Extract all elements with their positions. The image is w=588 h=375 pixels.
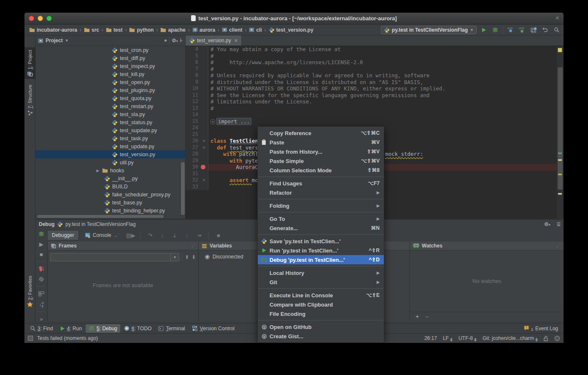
tree-item-test-diff-py[interactable]: test_diff.py bbox=[35, 54, 185, 62]
menu-item-debug-py-test-in-testclien[interactable]: Debug 'py.test in TestClien...'^⇧D bbox=[258, 255, 384, 264]
breakpoint-icon[interactable] bbox=[201, 165, 205, 169]
tree-item-test-binding-helper-py[interactable]: test_binding_helper.py bbox=[35, 207, 185, 215]
menu-item-find-usages[interactable]: Find Usages⌥F7 bbox=[258, 179, 384, 188]
search-icon[interactable] bbox=[553, 26, 560, 34]
tree-item-test-base-py[interactable]: test_base.py bbox=[35, 198, 185, 207]
menu-item-open-on-github[interactable]: Open on GitHub bbox=[258, 322, 384, 332]
close-tab-icon[interactable]: ✕ bbox=[234, 38, 238, 43]
menu-item-create-gist[interactable]: Create Gist... bbox=[258, 332, 384, 341]
toolwindow-button-5-debug[interactable]: 5: Debug bbox=[86, 324, 120, 333]
step-out-icon[interactable]: ↑ bbox=[183, 232, 190, 239]
breadcrumb-item-test-version-py[interactable]: test_version.py bbox=[267, 27, 315, 33]
smart-step-into-icon[interactable]: ⇣ bbox=[171, 232, 178, 239]
editor-scrollbar-thumb[interactable] bbox=[558, 67, 563, 190]
frame-up-icon[interactable]: ⬆ bbox=[185, 254, 189, 260]
project-panel-title[interactable]: Project bbox=[46, 38, 63, 43]
sort-icon[interactable]: ↓az bbox=[38, 301, 45, 308]
toolwindow-button-6-todo[interactable]: 6: TODO bbox=[121, 324, 155, 333]
stop-icon[interactable]: ■ bbox=[38, 251, 45, 258]
breakpoints-view-icon[interactable]: ■ bbox=[215, 232, 222, 239]
zoom-window-button[interactable] bbox=[46, 16, 52, 21]
tree-item-test-plugins-py[interactable]: test_plugins.py bbox=[35, 86, 185, 94]
menu-item-paste-simple[interactable]: Paste Simple⌥⇧⌘V bbox=[258, 156, 384, 166]
error-stripe[interactable] bbox=[557, 46, 564, 219]
run-configuration-select[interactable]: py.test in TestClientVersionFlag ▼ bbox=[381, 26, 477, 34]
restore-layout-icon[interactable] bbox=[38, 291, 45, 297]
menu-item-compare-with-clipboard[interactable]: Compare with Clipboard bbox=[258, 300, 384, 309]
vcs-commit-icon[interactable]: VCS bbox=[518, 26, 526, 34]
menu-item-folding[interactable]: Folding▶ bbox=[258, 201, 384, 210]
thread-selector[interactable]: ▼ bbox=[50, 253, 179, 261]
mute-breakpoints-icon[interactable] bbox=[38, 276, 45, 283]
editor-tab-test-version[interactable]: test_version.py ✕ bbox=[186, 35, 242, 46]
minimize-window-button[interactable] bbox=[38, 16, 43, 21]
rail-button-favorites[interactable]: 2: Favorites bbox=[24, 273, 35, 310]
breadcrumb-item-src[interactable]: src bbox=[83, 27, 100, 33]
tree-item-test-cron-py[interactable]: test_cron.py bbox=[35, 46, 185, 54]
event-log-button[interactable]: !1Event Log bbox=[521, 324, 561, 333]
shelf-icon[interactable] bbox=[530, 26, 537, 34]
vcs-update-icon[interactable]: VCS bbox=[507, 26, 515, 34]
breadcrumb-item-incubator-aurora[interactable]: incubator-aurora bbox=[28, 27, 78, 33]
horizontal-scrollbar[interactable] bbox=[37, 215, 164, 218]
breadcrumb-item-cli[interactable]: cli bbox=[248, 27, 263, 33]
tree-item--init-py[interactable]: __init__.py bbox=[35, 174, 185, 182]
tree-item-test-quota-py[interactable]: test_quota.py bbox=[35, 94, 185, 102]
settle-icon[interactable]: ⌖ bbox=[164, 38, 167, 43]
more-icon[interactable]: » bbox=[38, 316, 45, 322]
menu-item-file-encoding[interactable]: File Encoding bbox=[258, 309, 384, 318]
fold-expand-icon[interactable]: + bbox=[210, 120, 215, 124]
stripe-mark-yellow2[interactable] bbox=[558, 193, 562, 195]
menu-item-generate[interactable]: Generate...⌘N bbox=[258, 223, 384, 233]
line-ending-select[interactable]: LF bbox=[443, 335, 453, 342]
menu-item-go-to[interactable]: Go To▶ bbox=[258, 214, 384, 223]
gear-icon[interactable]: ⚙▾ bbox=[172, 38, 178, 43]
vertical-scrollbar[interactable] bbox=[181, 162, 185, 215]
git-branch-widget[interactable]: Git: jcohen/clie...charm bbox=[483, 335, 538, 342]
expand-arrow-icon[interactable]: ▶ bbox=[96, 168, 100, 173]
toolwindow-button-3-find[interactable]: 3: Find bbox=[27, 324, 56, 333]
float-panel-icon[interactable]: →˙ bbox=[555, 244, 561, 248]
lock-icon[interactable] bbox=[544, 336, 548, 341]
tree-item-build[interactable]: BUILD bbox=[35, 182, 185, 190]
menu-item-run-py-test-in-testclien[interactable]: Run 'py.test in TestClien...'^⇧R bbox=[258, 246, 384, 255]
rail-button-project[interactable]: 1: Project1 bbox=[24, 47, 35, 79]
debug-tab-debugger[interactable]: Debugger bbox=[47, 230, 79, 240]
tree-item-test-sla-py[interactable]: test_sla.py bbox=[35, 110, 185, 118]
breadcrumb-item-client[interactable]: client bbox=[221, 27, 243, 33]
view-breakpoints-icon[interactable] bbox=[38, 266, 45, 272]
stripe-mark-dark-yellow[interactable] bbox=[558, 174, 562, 175]
menu-item-copy-reference[interactable]: Copy Reference⌥⇧⌘C bbox=[258, 128, 384, 138]
breadcrumb-item-test[interactable]: test bbox=[105, 27, 124, 33]
run-to-cursor-icon[interactable]: ⇥ bbox=[195, 232, 202, 239]
scroll-to-end-icon[interactable]: →˙ bbox=[113, 233, 120, 238]
close-window-button[interactable] bbox=[29, 16, 34, 21]
menu-item-git[interactable]: Git▶ bbox=[258, 277, 384, 287]
step-into-icon[interactable]: ↓ bbox=[159, 232, 166, 239]
tree-item-test-inspect-py[interactable]: test_inspect.py bbox=[35, 62, 185, 70]
minimize-icon[interactable]: ⍗ bbox=[557, 221, 560, 227]
toolwindow-button-version-control[interactable]: Version Control bbox=[189, 324, 237, 333]
highlighting-level-icon[interactable] bbox=[554, 336, 560, 341]
tree-item-test-supdate-py[interactable]: test_supdate.py bbox=[35, 126, 185, 134]
hide-panel-icon[interactable]: ⊦ bbox=[180, 38, 183, 43]
rail-button-structure[interactable]: 7: Structure bbox=[24, 82, 35, 118]
resume-icon[interactable]: ▶ bbox=[38, 241, 45, 247]
menu-item-save-py-test-in-testclien[interactable]: Save 'py.test in TestClien...' bbox=[258, 236, 384, 246]
menu-item-local-history[interactable]: Local History▶ bbox=[258, 268, 384, 277]
tree-item-fake-scheduler-proxy-py[interactable]: fake_scheduler_proxy.py bbox=[35, 190, 185, 198]
gear-icon[interactable]: ⚙▾ bbox=[544, 221, 550, 227]
menu-item-paste-from-history[interactable]: Paste from History...⇧⌘V bbox=[258, 147, 384, 156]
tree-item-test-restart-py[interactable]: test_restart.py bbox=[35, 102, 185, 110]
tree-item-test-open-py[interactable]: test_open.py bbox=[35, 78, 185, 86]
toolwindow-toggle-icon[interactable] bbox=[28, 336, 33, 341]
debug-tab-console[interactable]: Console→˙ bbox=[81, 230, 124, 240]
breadcrumb-item-aurora[interactable]: aurora bbox=[191, 27, 216, 33]
tree-item-hooks[interactable]: ▶hooks bbox=[35, 166, 185, 174]
debug-icon[interactable] bbox=[491, 26, 499, 34]
float-panel-icon[interactable]: →˙ bbox=[190, 244, 195, 248]
run-icon[interactable] bbox=[480, 26, 488, 34]
tree-item-test-version-py[interactable]: test_version.py bbox=[35, 150, 185, 158]
frame-down-icon[interactable]: ⬇ bbox=[192, 254, 196, 260]
undo-icon[interactable] bbox=[541, 26, 549, 34]
